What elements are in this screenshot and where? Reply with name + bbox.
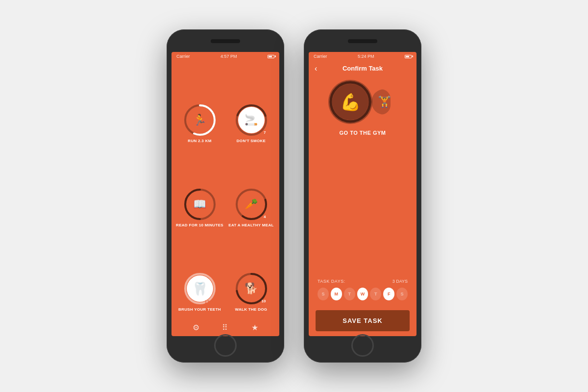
task-dog-label: WALK THE DOG	[235, 307, 268, 312]
task-smoke[interactable]: 🚬 7 DON'T SMOKE	[226, 64, 276, 147]
task-teeth-circle: 🦷 13★	[183, 272, 217, 305]
eat-badge: 4	[264, 215, 266, 219]
task-eat[interactable]: 🥕 4 EAT A HEALTHY MEAL	[226, 148, 276, 231]
day-m[interactable]: M	[331, 288, 342, 300]
svg-point-12	[331, 82, 370, 122]
task-dog-circle: 🐕 10	[235, 272, 268, 305]
task-teeth[interactable]: 🦷 13★ BRUSH YOUR TEETH	[174, 233, 225, 316]
app2-header: ‹ Confirm Task	[309, 61, 416, 75]
back-button[interactable]: ‹	[315, 64, 317, 73]
dog-badge: 10	[262, 299, 266, 303]
app1-toolbar: ⚙ ⠿ ★	[172, 319, 279, 336]
task-selector: 💪 🏋	[316, 80, 410, 124]
days-header: TASK DAYS: 3 DAYS	[318, 279, 408, 284]
task-read-circle: 📖	[183, 188, 217, 221]
task-name: GO TO THE GYM	[340, 130, 386, 136]
grid-icon[interactable]: ⠿	[222, 323, 229, 332]
task-read-label: READ FOR 10 MINUTES	[176, 223, 223, 228]
read-icon: 📖	[193, 199, 206, 210]
days-count: 3 DAYS	[392, 279, 408, 284]
confirm-task-title: Confirm Task	[315, 65, 411, 72]
task-run-inner: 🏃	[187, 107, 213, 133]
battery-icon-2	[405, 55, 412, 58]
time-2: 5:24 PM	[358, 54, 374, 59]
task-eat-inner: 🥕	[238, 191, 265, 218]
status-right-1	[268, 55, 274, 58]
day-s2[interactable]: S	[396, 288, 408, 300]
task-smoke-circle: 🚬 7	[235, 103, 268, 137]
day-f[interactable]: F	[383, 288, 394, 300]
battery-icon-1	[268, 55, 274, 58]
task-run-label: RUN 2.3 KM	[188, 139, 211, 144]
task-teeth-inner: 🦷	[187, 275, 213, 302]
eat-icon: 🥕	[245, 199, 258, 210]
time-1: 4:57 PM	[220, 54, 237, 59]
task-grid: 🏃 RUN 2.3 KM 🚬 7 DON'T SMOKE	[172, 61, 279, 319]
day-t1[interactable]: T	[344, 288, 355, 300]
task-eat-circle: 🥕 4	[235, 188, 268, 221]
task-dog-inner: 🐕	[238, 275, 265, 302]
teeth-badge: 13★	[204, 299, 213, 304]
run-icon: 🏃	[193, 115, 206, 125]
task-run[interactable]: 🏃 RUN 2.3 KM	[174, 64, 225, 147]
weights-icon: 🏋	[378, 96, 391, 108]
phone-1-screen: Carrier 4:57 PM 🏃 RUN 2.3 KM	[172, 52, 279, 336]
star-icon[interactable]: ★	[251, 323, 258, 332]
status-right-2	[405, 55, 412, 58]
status-bar-1: Carrier 4:57 PM	[172, 52, 279, 61]
app2-content: 💪 🏋 GO TO THE GYM TASK DAYS: 3 DAYS	[309, 75, 416, 336]
smoke-badge: 7	[264, 130, 266, 135]
phone-2-screen: Carrier 5:24 PM ‹ Confirm Task	[309, 52, 416, 336]
days-section: TASK DAYS: 3 DAYS S M T W T F S	[316, 279, 410, 300]
task-smoke-inner: 🚬	[238, 107, 265, 133]
task-run-circle: 🏃	[183, 103, 217, 137]
phone-1: Carrier 4:57 PM 🏃 RUN 2.3 KM	[167, 29, 284, 363]
phone-2: Carrier 5:24 PM ‹ Confirm Task	[304, 29, 421, 363]
day-w[interactable]: W	[357, 288, 368, 300]
status-bar-2: Carrier 5:24 PM	[309, 52, 416, 61]
day-s1[interactable]: S	[318, 288, 329, 300]
day-t2[interactable]: T	[370, 288, 381, 300]
settings-icon[interactable]: ⚙	[193, 323, 199, 332]
task-eat-label: EAT A HEALTHY MEAL	[228, 223, 273, 228]
teeth-icon: 🦷	[192, 282, 208, 295]
carrier-1: Carrier	[176, 54, 190, 59]
task-read-inner: 📖	[187, 191, 213, 218]
carrier-2: Carrier	[314, 54, 327, 59]
save-task-button[interactable]: SAVE TASK	[316, 310, 410, 331]
next-task-circle[interactable]: 🏋	[371, 89, 397, 115]
smoke-icon: 🚬	[245, 115, 258, 125]
days-label: TASK DAYS:	[318, 279, 345, 284]
days-row: S M T W T F S	[318, 288, 408, 300]
task-read[interactable]: 📖 READ FOR 10 MINUTES	[174, 148, 225, 231]
selected-task-circle[interactable]: 💪	[328, 80, 372, 124]
task-teeth-label: BRUSH YOUR TEETH	[178, 307, 221, 312]
task-dog[interactable]: 🐕 10 WALK THE DOG	[226, 233, 276, 316]
task-smoke-label: DON'T SMOKE	[237, 139, 266, 144]
dog-icon: 🐕	[245, 283, 258, 294]
